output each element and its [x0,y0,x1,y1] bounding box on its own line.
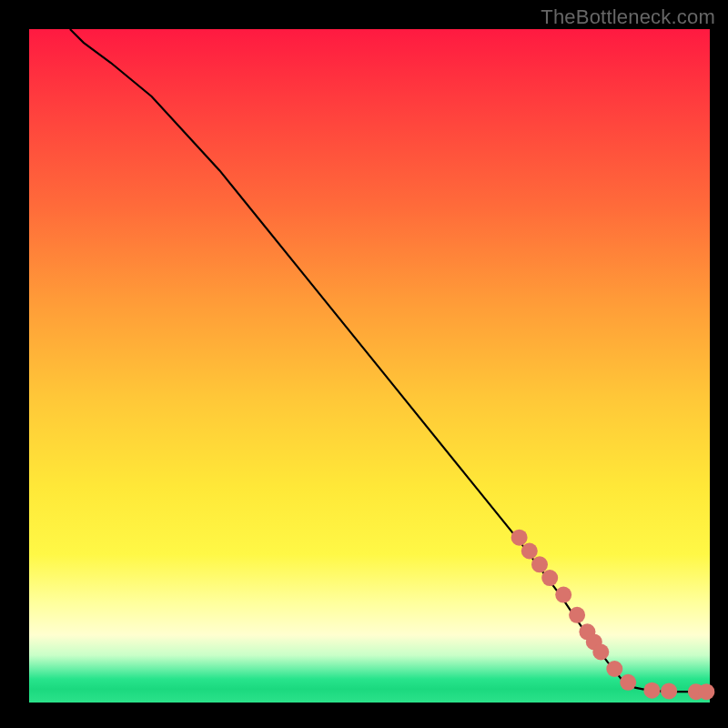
chart-overlay [29,29,710,703]
attribution-label: TheBottleneck.com [541,5,715,29]
chart-frame: TheBottleneck.com [0,0,728,728]
data-marker [569,607,585,623]
data-marker [698,683,714,700]
data-marker [555,587,571,603]
data-marker [643,682,660,699]
data-marker [531,556,548,572]
data-marker [606,661,622,677]
data-markers [511,530,715,701]
data-marker [541,570,558,586]
data-marker [620,674,636,691]
data-marker [521,543,538,560]
data-marker [661,682,677,699]
bottleneck-curve [70,29,710,692]
data-marker [592,644,609,661]
data-marker [511,530,528,546]
